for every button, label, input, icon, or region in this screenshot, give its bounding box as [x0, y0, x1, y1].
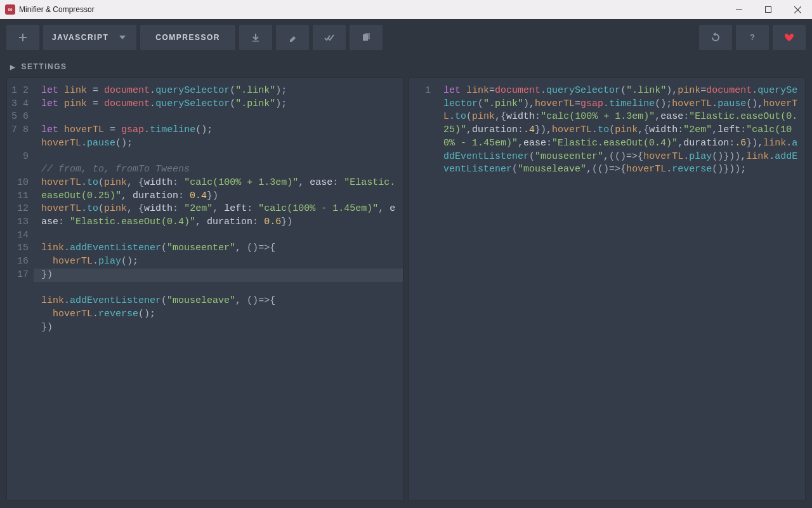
ln: 2: [23, 85, 29, 96]
ln: 15: [17, 243, 29, 253]
svg-text:?: ?: [750, 32, 755, 42]
editor-panes: 1 2 3 4 5 6 7 8 9 10 11 12 13 14 15 16 1…: [0, 77, 812, 508]
ln: 4: [23, 98, 29, 109]
maximize-button[interactable]: [754, 0, 783, 19]
ln: 10: [17, 177, 29, 188]
erase-button[interactable]: [276, 25, 309, 50]
chevron-down-icon: [117, 32, 128, 43]
ln: 7: [11, 124, 17, 135]
toolbar: JAVASCRIPT COMPRESSOR ?: [0, 19, 812, 56]
app-icon: [5, 4, 15, 15]
ln: 6: [23, 111, 29, 122]
settings-toggle[interactable]: ▶ SETTINGS: [0, 56, 812, 77]
source-editor[interactable]: 1 2 3 4 5 6 7 8 9 10 11 12 13 14 15 16 1…: [6, 77, 403, 500]
close-button[interactable]: [783, 0, 812, 19]
mode-button[interactable]: COMPRESSOR: [140, 25, 235, 50]
ln: 5: [11, 111, 17, 122]
ln: 9: [23, 150, 29, 177]
ln: 1: [11, 85, 17, 96]
ln: 12: [17, 203, 29, 214]
ln: 13: [17, 217, 29, 227]
ln: 8: [23, 124, 29, 150]
reload-button[interactable]: [699, 25, 732, 50]
minimize-button[interactable]: [724, 0, 754, 19]
source-code[interactable]: let link = document.querySelector(".link…: [34, 78, 403, 500]
svg-rect-5: [19, 37, 27, 38]
language-dropdown[interactable]: JAVASCRIPT: [43, 25, 136, 50]
copy-button[interactable]: [350, 25, 383, 50]
language-label: JAVASCRIPT: [52, 33, 108, 42]
svg-rect-6: [252, 41, 259, 42]
add-button[interactable]: [6, 25, 39, 50]
ln: 14: [17, 230, 29, 241]
help-button[interactable]: ?: [736, 25, 769, 50]
ln: 17: [17, 269, 29, 280]
triangle-right-icon: ▶: [10, 64, 16, 70]
source-gutter: 1 2 3 4 5 6 7 8 9 10 11 12 13 14 15 16 1…: [7, 78, 34, 500]
output-code[interactable]: let link=document.querySelector(".link")…: [436, 78, 805, 500]
download-button[interactable]: [239, 25, 272, 50]
mode-label: COMPRESSOR: [155, 33, 220, 42]
svg-rect-8: [365, 33, 370, 39]
check-all-button[interactable]: [313, 25, 346, 50]
titlebar: Minifier & Compressor: [0, 0, 812, 19]
ln: 3: [11, 98, 17, 109]
window-title: Minifier & Compressor: [19, 5, 95, 14]
settings-label: SETTINGS: [22, 62, 67, 71]
svg-rect-1: [766, 7, 771, 13]
ln: 11: [17, 190, 29, 201]
ln: 16: [17, 256, 29, 267]
output-gutter: 1: [409, 78, 436, 500]
output-editor[interactable]: 1 let link=document.querySelector(".link…: [409, 77, 806, 500]
favorite-button[interactable]: [773, 25, 806, 50]
